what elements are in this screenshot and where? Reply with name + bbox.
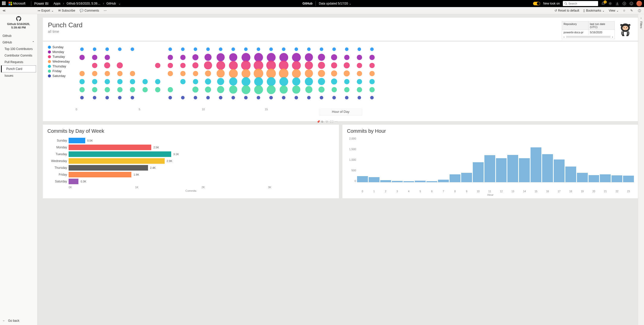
- hour-bar[interactable]: [565, 167, 576, 182]
- settings-icon[interactable]: [608, 2, 612, 6]
- app-launcher-icon[interactable]: [2, 2, 6, 6]
- punch-bubble[interactable]: [292, 61, 301, 70]
- comments-button[interactable]: 💬Comments: [80, 9, 99, 12]
- punch-bubble[interactable]: [331, 54, 337, 61]
- punch-bubble[interactable]: [254, 85, 263, 94]
- punch-bubble[interactable]: [105, 96, 109, 99]
- punch-bubble[interactable]: [292, 86, 300, 94]
- more-icon[interactable]: ⋯: [335, 120, 338, 123]
- punch-bubble[interactable]: [105, 47, 109, 51]
- punch-bubble[interactable]: [295, 96, 298, 99]
- punch-bubble[interactable]: [267, 77, 276, 86]
- punch-bubble[interactable]: [244, 47, 248, 51]
- punch-bubble[interactable]: [105, 87, 110, 92]
- hour-bar[interactable]: [496, 158, 507, 182]
- reset-button[interactable]: ↺Reset to default: [554, 9, 579, 12]
- favorite-icon[interactable]: ☆: [623, 9, 626, 12]
- punch-bubble[interactable]: [254, 69, 264, 78]
- punch-bubble[interactable]: [295, 47, 298, 51]
- punch-bubble[interactable]: [118, 96, 122, 99]
- punch-bubble[interactable]: [280, 86, 288, 94]
- download-icon[interactable]: [615, 2, 619, 6]
- punch-bubble[interactable]: [318, 87, 325, 93]
- punch-bubble[interactable]: [168, 87, 173, 92]
- repo-info-table[interactable]: Repository last run date (UTC) powerbi-d…: [562, 21, 615, 39]
- punch-bubble[interactable]: [282, 96, 285, 99]
- punch-bubble[interactable]: [217, 78, 224, 85]
- punch-bubble[interactable]: [307, 47, 311, 51]
- bookmarks-button[interactable]: ▯Bookmarks⌄: [583, 9, 605, 12]
- punch-bubble[interactable]: [130, 87, 135, 92]
- punch-bubble[interactable]: [93, 47, 96, 51]
- punch-bubble[interactable]: [130, 71, 135, 76]
- punch-bubble[interactable]: [305, 77, 313, 86]
- punch-bubble[interactable]: [332, 96, 336, 99]
- hour-bar[interactable]: [415, 181, 426, 182]
- view-button[interactable]: View⌄: [609, 9, 619, 12]
- punch-bubble[interactable]: [332, 87, 337, 92]
- punch-bubble[interactable]: [344, 70, 350, 77]
- punch-bubble[interactable]: [257, 47, 260, 51]
- punch-bubble[interactable]: [242, 85, 250, 94]
- punch-bubble[interactable]: [332, 47, 336, 51]
- punch-bubble[interactable]: [357, 79, 362, 84]
- punch-bubble[interactable]: [357, 87, 362, 92]
- punch-bubble[interactable]: [168, 96, 172, 99]
- punch-bubble[interactable]: [142, 87, 148, 92]
- hour-bar[interactable]: [380, 180, 391, 182]
- punch-bubble[interactable]: [254, 77, 263, 86]
- edit-icon[interactable]: ✎: [630, 9, 634, 12]
- punch-bubble[interactable]: [79, 79, 85, 84]
- punch-bubble[interactable]: [229, 77, 237, 86]
- punch-bubble[interactable]: [168, 55, 173, 60]
- punch-bubble[interactable]: [206, 96, 210, 99]
- scroll-left-icon[interactable]: ‹: [564, 35, 565, 38]
- hour-bar[interactable]: [600, 174, 611, 182]
- punch-bubble[interactable]: [318, 78, 325, 85]
- punch-bubble[interactable]: [117, 71, 123, 76]
- punch-bubble[interactable]: [92, 55, 97, 60]
- sidebar-item-dashboard[interactable]: Github: [0, 33, 37, 39]
- export-button[interactable]: ↦Export⌄: [38, 9, 54, 12]
- punch-bubble[interactable]: [92, 87, 97, 92]
- punch-bubble[interactable]: [331, 62, 337, 69]
- hour-bar[interactable]: [519, 158, 530, 182]
- search-input[interactable]: Search: [563, 1, 598, 6]
- punch-bubble[interactable]: [241, 61, 251, 70]
- punch-bubble[interactable]: [358, 47, 361, 51]
- punch-bubble[interactable]: [192, 62, 199, 69]
- punch-bubble[interactable]: [142, 79, 148, 84]
- focus-icon[interactable]: ⛶: [330, 120, 333, 123]
- punch-bubble[interactable]: [305, 69, 313, 77]
- punch-bubble[interactable]: [131, 47, 134, 51]
- breadcrumb-report[interactable]: GitHub: [106, 2, 116, 5]
- punch-bubble[interactable]: [229, 86, 237, 94]
- punch-bubble[interactable]: [131, 96, 134, 99]
- dow-bar[interactable]: [69, 165, 148, 171]
- punch-bubble[interactable]: [194, 47, 197, 51]
- notifications-icon[interactable]: 5: [601, 2, 605, 6]
- commits-by-hour-visual[interactable]: Commits by Hour 2,0001,5001,0005000 0123…: [342, 125, 638, 198]
- user-avatar[interactable]: [636, 1, 642, 6]
- punch-bubble[interactable]: [79, 71, 85, 76]
- hour-bar[interactable]: [426, 181, 437, 182]
- punch-bubble[interactable]: [168, 71, 173, 76]
- punch-bubble[interactable]: [118, 47, 122, 51]
- hour-bar[interactable]: [357, 176, 368, 182]
- punch-bubble[interactable]: [155, 79, 160, 84]
- subscribe-button[interactable]: ✉Subscribe: [58, 9, 75, 12]
- punch-bubble[interactable]: [206, 47, 210, 51]
- punch-bubble[interactable]: [194, 96, 197, 99]
- punch-bubble[interactable]: [344, 87, 349, 92]
- punch-bubble[interactable]: [117, 87, 123, 92]
- punch-bubble[interactable]: [217, 53, 225, 61]
- punch-bubble[interactable]: [92, 79, 97, 84]
- hour-bar[interactable]: [369, 177, 379, 182]
- punch-bubble[interactable]: [231, 96, 235, 99]
- punch-bubble[interactable]: [357, 71, 362, 76]
- punch-bubble[interactable]: [244, 96, 248, 99]
- punch-bubble[interactable]: [292, 53, 301, 62]
- punch-bubble[interactable]: [305, 61, 313, 69]
- punch-bubble[interactable]: [269, 47, 273, 51]
- punch-bubble[interactable]: [180, 79, 186, 84]
